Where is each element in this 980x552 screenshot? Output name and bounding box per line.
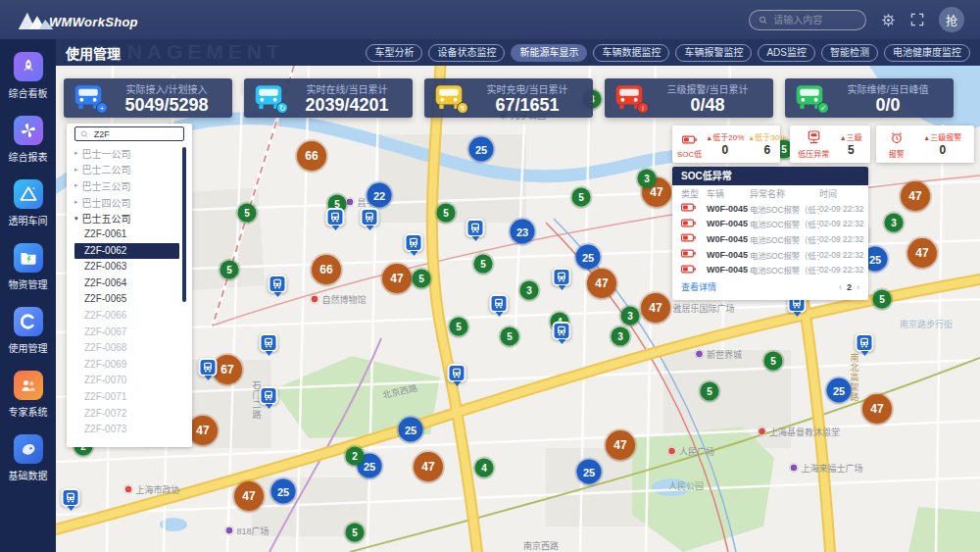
cluster-marker[interactable]: 25 [271,479,296,504]
cluster-marker[interactable]: 25 [827,378,852,403]
table-row[interactable]: W0F-0045电池SOC报警（低于30%）02-09 22:32 [672,247,868,263]
cluster-marker[interactable]: 3 [520,281,539,300]
cluster-marker[interactable]: 22 [368,183,392,208]
cluster-marker[interactable]: 47 [907,238,937,268]
cluster-marker[interactable]: 5 [501,327,519,346]
tree-company[interactable]: ▸巴士三公司 [67,177,192,194]
tree-company[interactable]: ▸巴士四公司 [67,194,192,211]
vehicle-item[interactable]: Z2F-0069 [67,357,192,374]
tab-车辆数据监控[interactable]: 车辆数据监控 [593,44,669,62]
vehicle-item[interactable]: Z2F-0063 [67,259,192,276]
cluster-marker[interactable]: 47 [414,452,443,481]
cluster-marker[interactable]: 5 [873,290,892,309]
avatar[interactable]: 抢 [939,7,964,32]
cluster-marker[interactable]: 25 [576,245,601,270]
bus-stop-pin[interactable] [269,275,287,301]
cluster-marker[interactable]: 5 [437,204,456,223]
cluster-marker[interactable]: 25 [469,137,494,162]
bus-stop-pin[interactable] [260,386,278,413]
tree-company[interactable]: ▾巴士五公司 [67,210,192,226]
cluster-marker[interactable]: 5 [474,255,493,274]
cluster-marker[interactable]: 5 [701,382,719,401]
cluster-marker[interactable]: 47 [606,430,635,460]
vehicle-item[interactable]: Z2F-0067 [67,325,192,341]
cluster-marker[interactable]: 5 [413,270,431,288]
cluster-marker[interactable]: 25 [577,460,602,484]
bus-stop-pin[interactable] [856,333,874,360]
cluster-marker[interactable]: 2 [346,447,365,466]
cluster-marker[interactable]: 66 [297,141,326,171]
vehicle-search-input[interactable] [94,129,178,139]
cluster-marker[interactable]: 47 [234,481,264,511]
cluster-marker[interactable]: 5 [572,188,591,207]
cluster-marker[interactable]: 47 [188,416,218,445]
tab-车型分析[interactable]: 车型分析 [366,44,422,62]
cluster-marker[interactable]: 3 [621,307,640,326]
cluster-marker[interactable]: 23 [511,220,535,244]
cluster-marker[interactable]: 5 [238,204,257,223]
bus-stop-pin[interactable] [448,364,466,390]
table-row[interactable]: W0F-0045电池SOC报警（低于30%）02-09 22:32 [672,231,868,247]
vehicle-item[interactable]: Z2F-0061 [67,226,192,243]
sidebar-item-kanban[interactable]: 综合看板 [9,52,48,100]
tree-scrollbar[interactable] [182,147,186,302]
cluster-marker[interactable]: 4 [475,459,494,477]
vehicle-item[interactable]: Z2F-0066 [67,308,192,325]
tab-电池健康度监控[interactable]: 电池健康度监控 [884,44,970,62]
cluster-marker[interactable]: 5 [764,352,783,371]
gear-icon[interactable] [881,13,896,27]
view-details-link[interactable]: 查看详情 [681,280,716,293]
cluster-marker[interactable]: 25 [399,418,423,442]
bus-stop-pin[interactable] [62,488,80,515]
vehicle-item[interactable]: Z2F-0072 [67,406,192,423]
tab-ADS监控[interactable]: ADS监控 [758,44,815,62]
tree-company[interactable]: ▸巴士一公司 [67,145,192,162]
bus-stop-pin[interactable] [260,333,278,360]
tab-智能检测[interactable]: 智能检测 [821,44,878,62]
sidebar-item-material[interactable]: 物资管理 [9,243,48,291]
table-row[interactable]: W0F-0045电池SOC报警（低于30%）02-09 22:32 [672,217,868,232]
tree-company[interactable]: ▸巴士二公司 [67,162,192,178]
tab-新能源车显示[interactable]: 新能源车显示 [511,44,587,62]
sidebar-item-workshop[interactable]: 透明车间 [9,179,48,227]
cluster-marker[interactable]: 66 [312,255,341,284]
bus-stop-pin[interactable] [466,219,485,245]
cluster-marker[interactable]: 47 [382,264,412,293]
bus-stop-pin[interactable] [553,322,571,348]
cluster-marker[interactable]: 5 [220,261,239,279]
bus-stop-pin[interactable] [199,358,218,384]
table-row[interactable]: W0F-0045电池SOC报警（低于30%）02-09 22:32 [672,262,868,277]
cluster-marker[interactable]: 3 [612,327,630,346]
sidebar-item-data[interactable]: 基础数据 [9,434,48,482]
vehicle-item[interactable]: Z2F-0064 [67,276,192,292]
vehicle-item[interactable]: Z2F-0068 [67,340,192,357]
bus-stop-pin[interactable] [490,294,509,321]
fullscreen-icon[interactable] [910,13,924,26]
table-row[interactable]: W0F-0045电池SOC报警（低于30%）02-09 22:32 [672,201,868,217]
sidebar-item-usage[interactable]: 使用管理 [9,307,48,355]
cluster-marker[interactable]: 5 [450,318,468,336]
bus-stop-pin[interactable] [326,208,345,234]
vehicle-item[interactable]: Z2F-0065 [67,291,192,308]
bus-stop-pin[interactable] [361,208,379,234]
tab-车辆报警监控[interactable]: 车辆报警监控 [675,44,752,62]
prev-page-button[interactable]: ‹ [839,282,842,292]
cluster-marker[interactable]: 47 [641,293,670,323]
next-page-button[interactable]: › [857,282,859,292]
tab-设备状态监控[interactable]: 设备状态监控 [428,44,505,62]
cluster-marker[interactable]: 5 [346,524,365,542]
global-search-input[interactable] [773,15,857,25]
cluster-marker[interactable]: 67 [213,355,242,384]
vehicle-item[interactable]: Z2F-0062 [74,243,179,260]
sidebar-item-report[interactable]: 综合报表 [9,116,48,164]
cluster-marker[interactable]: 3 [885,214,904,232]
cluster-marker[interactable]: 47 [862,394,892,424]
cluster-marker[interactable]: 47 [901,181,930,211]
vehicle-item[interactable]: Z2F-0073 [67,422,192,438]
bus-stop-pin[interactable] [553,268,571,294]
sidebar-item-expert[interactable]: 专家系统 [9,371,48,419]
vehicle-item[interactable]: Z2F-0071 [67,389,192,406]
vehicle-item[interactable]: Z2F-0070 [67,373,192,389]
cluster-marker[interactable]: 47 [587,269,616,298]
bus-stop-pin[interactable] [405,233,423,260]
